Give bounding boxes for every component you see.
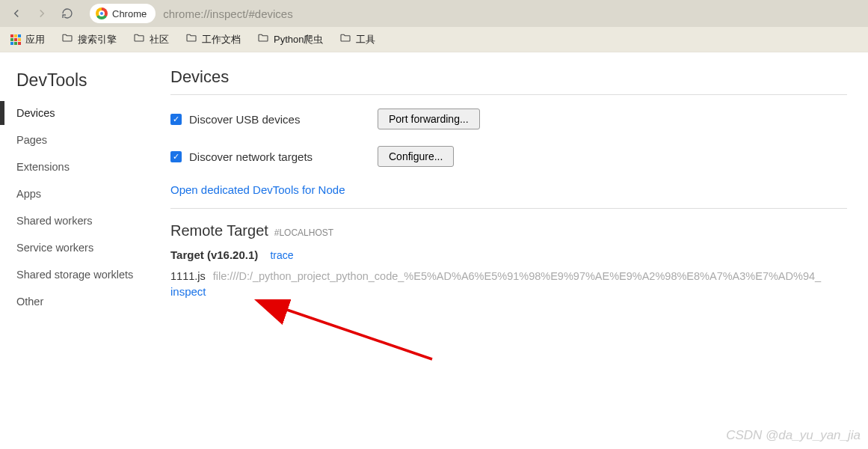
divider: [170, 208, 847, 209]
sidebar-item-other[interactable]: Other: [0, 290, 170, 314]
address-url[interactable]: chrome://inspect/#devices: [163, 7, 292, 20]
bookmark-folder[interactable]: Python爬虫: [257, 32, 323, 46]
file-name: 1111.js: [170, 270, 206, 282]
sidebar-item-devices[interactable]: Devices: [0, 101, 170, 125]
divider: [170, 94, 847, 95]
folder-icon: [185, 32, 197, 46]
sidebar: DevTools Devices Pages Extensions Apps S…: [0, 52, 170, 317]
reload-button[interactable]: [57, 3, 78, 24]
back-button[interactable]: [6, 3, 27, 24]
folder-icon: [133, 32, 145, 46]
chrome-icon: [96, 7, 108, 19]
sidebar-item-shared-storage-worklets[interactable]: Shared storage worklets: [0, 263, 170, 287]
bookmark-label: 工具: [356, 33, 375, 46]
folder-icon: [61, 32, 73, 46]
inspect-link[interactable]: inspect: [170, 285, 206, 298]
network-checkbox[interactable]: ✓: [170, 151, 182, 162]
network-label: Discover network targets: [189, 150, 378, 163]
content-panel: Devices ✓ Discover USB devices Port forw…: [170, 52, 868, 317]
usb-label: Discover USB devices: [189, 113, 378, 126]
sidebar-item-pages[interactable]: Pages: [0, 128, 170, 152]
usb-checkbox[interactable]: ✓: [170, 114, 182, 125]
forward-button[interactable]: [31, 3, 52, 24]
bookmark-bar: 应用 搜索引擎 社区 工作文档 Python爬虫 工具: [0, 27, 868, 52]
sidebar-item-shared-workers[interactable]: Shared workers: [0, 209, 170, 233]
file-url: file:///D:/_python_project_python_code_%…: [213, 270, 821, 282]
usb-row: ✓ Discover USB devices Port forwarding..…: [170, 109, 868, 129]
apps-label: 应用: [25, 33, 45, 46]
main-area: DevTools Devices Pages Extensions Apps S…: [0, 52, 868, 317]
port-forwarding-button[interactable]: Port forwarding...: [378, 109, 480, 129]
bookmark-label: 搜索引擎: [78, 33, 117, 46]
bookmark-label: Python爬虫: [274, 33, 323, 46]
target-version: (v16.20.1): [207, 248, 258, 261]
bookmark-folder[interactable]: 工作文档: [185, 32, 241, 46]
file-line: 1111.js file:///D:/_python_project_pytho…: [170, 270, 868, 282]
site-chip[interactable]: Chrome: [90, 4, 156, 23]
bookmark-folder[interactable]: 搜索引擎: [61, 32, 117, 46]
remote-target-section: Remote Target #LOCALHOST Target (v16.20.…: [170, 222, 868, 298]
configure-button[interactable]: Configure...: [378, 146, 454, 167]
sidebar-item-apps[interactable]: Apps: [0, 182, 170, 206]
sidebar-item-extensions[interactable]: Extensions: [0, 155, 170, 179]
localhost-tag: #LOCALHOST: [274, 227, 333, 238]
open-node-devtools-link[interactable]: Open dedicated DevTools for Node: [170, 183, 868, 196]
folder-icon: [257, 32, 269, 46]
apps-shortcut[interactable]: 应用: [10, 33, 45, 46]
sidebar-item-service-workers[interactable]: Service workers: [0, 236, 170, 260]
site-chip-label: Chrome: [112, 8, 147, 19]
bookmark-label: 工作文档: [202, 33, 241, 46]
target-line: Target (v16.20.1) trace: [170, 248, 868, 261]
remote-heading: Remote Target: [170, 222, 268, 239]
sidebar-title: DevTools: [0, 67, 170, 101]
target-label: Target: [170, 248, 204, 261]
devices-heading: Devices: [170, 67, 868, 87]
bookmark-folder[interactable]: 社区: [133, 32, 169, 46]
network-row: ✓ Discover network targets Configure...: [170, 146, 868, 167]
trace-link[interactable]: trace: [270, 249, 293, 261]
browser-top-bar: Chrome chrome://inspect/#devices: [0, 0, 868, 27]
watermark: CSDN @da_yu_yan_jia: [726, 428, 861, 443]
apps-grid-icon: [10, 34, 21, 45]
folder-icon: [339, 32, 351, 46]
bookmark-label: 社区: [150, 33, 169, 46]
bookmark-folder[interactable]: 工具: [339, 32, 375, 46]
